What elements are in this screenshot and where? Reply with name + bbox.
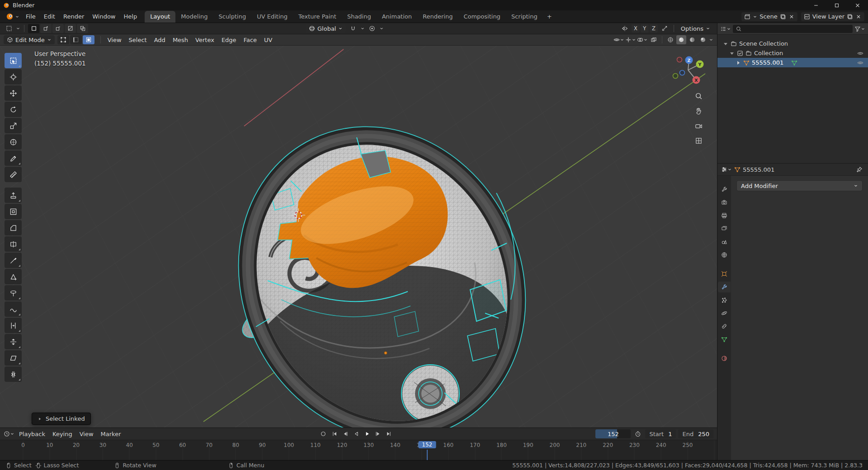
properties-tab-object[interactable] bbox=[718, 268, 731, 279]
timeline-menu-playback[interactable]: Playback bbox=[15, 431, 49, 437]
mode-dropdown[interactable]: Edit Mode bbox=[4, 35, 55, 44]
tool-scale[interactable] bbox=[5, 118, 22, 133]
select-mode-invert-button[interactable] bbox=[65, 24, 76, 33]
use-preview-range-toggle[interactable] bbox=[633, 429, 643, 438]
tool-shrink-fatten[interactable] bbox=[5, 334, 22, 349]
blender-app-menu[interactable] bbox=[4, 13, 22, 20]
chevron-down-icon[interactable] bbox=[379, 26, 384, 31]
properties-tab-particles[interactable] bbox=[718, 295, 731, 306]
outliner-row-collection[interactable]: Collection bbox=[717, 48, 868, 58]
tool-bevel[interactable] bbox=[5, 220, 22, 235]
tool-measure[interactable] bbox=[5, 167, 22, 182]
transform-orientation-dropdown[interactable]: Global bbox=[306, 24, 346, 33]
checkbox-checked-icon[interactable] bbox=[737, 50, 743, 56]
workspace-tab-modeling[interactable]: Modeling bbox=[175, 11, 213, 23]
mirror-x-toggle[interactable]: X bbox=[632, 24, 640, 33]
menu-edit[interactable]: Edit bbox=[40, 10, 59, 23]
snap-toggle[interactable] bbox=[348, 24, 359, 33]
properties-tab-physics[interactable] bbox=[718, 308, 731, 319]
frame-end-field[interactable]: End 250 bbox=[678, 429, 713, 438]
viewport-menu-vertex[interactable]: Vertex bbox=[192, 37, 218, 43]
zoom-button[interactable] bbox=[693, 91, 703, 101]
next-keyframe-button[interactable] bbox=[373, 429, 383, 438]
jump-end-button[interactable] bbox=[384, 429, 394, 438]
3d-viewport[interactable]: User Perspective (152) 55555.001 X Y Z S… bbox=[0, 46, 717, 428]
properties-tab-modifiers[interactable] bbox=[718, 282, 731, 292]
tool-rip-region[interactable] bbox=[5, 367, 22, 382]
tool-edge-slide[interactable] bbox=[5, 318, 22, 333]
view-layer-selector[interactable]: View Layer bbox=[801, 12, 864, 21]
xray-toggle[interactable] bbox=[649, 35, 659, 44]
add-workspace-button[interactable]: + bbox=[543, 11, 556, 23]
jump-start-button[interactable] bbox=[330, 429, 340, 438]
tool-shear[interactable] bbox=[5, 350, 22, 366]
tool-spin[interactable] bbox=[5, 285, 22, 301]
prev-keyframe-button[interactable] bbox=[340, 429, 350, 438]
viewport-menu-mesh[interactable]: Mesh bbox=[169, 37, 192, 43]
tool-loop-cut[interactable] bbox=[5, 236, 22, 252]
disclosure-caret-icon[interactable] bbox=[723, 41, 728, 47]
timeline-menu-view[interactable]: View bbox=[76, 431, 97, 437]
tool-smooth[interactable] bbox=[5, 301, 22, 317]
timeline-ruler[interactable]: 0102030405060708090100110120130140150160… bbox=[0, 440, 717, 460]
menu-file[interactable]: File bbox=[22, 10, 40, 23]
chevron-down-icon[interactable] bbox=[16, 26, 20, 31]
play-button[interactable] bbox=[362, 429, 372, 438]
remove-view-layer-icon[interactable] bbox=[855, 14, 862, 20]
workspace-tab-rendering[interactable]: Rendering bbox=[417, 11, 458, 23]
properties-tab-view-layer[interactable] bbox=[718, 223, 731, 234]
workspace-tab-sculpting[interactable]: Sculpting bbox=[213, 11, 251, 23]
new-view-layer-icon[interactable] bbox=[847, 14, 853, 20]
properties-tab-object-data[interactable] bbox=[718, 334, 731, 345]
hide-in-viewport-toggle[interactable] bbox=[857, 60, 863, 66]
scene-selector[interactable]: Scene bbox=[741, 12, 797, 21]
filter-dropdown[interactable] bbox=[854, 24, 865, 33]
chevron-down-icon[interactable] bbox=[709, 38, 713, 42]
workspace-tab-animation[interactable]: Animation bbox=[377, 11, 417, 23]
editor-type-dropdown[interactable] bbox=[4, 429, 14, 438]
shading-solid-button[interactable] bbox=[676, 35, 686, 44]
menu-help[interactable]: Help bbox=[120, 10, 142, 23]
vertex-select-mode-button[interactable] bbox=[57, 35, 69, 44]
3d-viewport-canvas[interactable] bbox=[0, 46, 717, 428]
navigation-gizmo[interactable]: X Y Z bbox=[671, 51, 707, 87]
pin-id-button[interactable] bbox=[854, 165, 864, 174]
tool-select-box[interactable] bbox=[5, 53, 22, 68]
play-reverse-button[interactable] bbox=[351, 429, 361, 438]
menu-render[interactable]: Render bbox=[59, 10, 88, 23]
new-scene-icon[interactable] bbox=[780, 14, 786, 20]
workspace-tab-shading[interactable]: Shading bbox=[342, 11, 377, 23]
timeline-menu-keying[interactable]: Keying bbox=[49, 431, 76, 437]
select-mode-subtract-button[interactable] bbox=[52, 24, 64, 33]
viewport-menu-edge[interactable]: Edge bbox=[218, 37, 240, 43]
outliner-row-scene-collection[interactable]: Scene Collection bbox=[717, 39, 868, 48]
viewport-menu-select[interactable]: Select bbox=[125, 37, 151, 43]
properties-tab-world[interactable] bbox=[718, 249, 731, 260]
shading-wireframe-button[interactable] bbox=[665, 35, 675, 44]
tool-move[interactable] bbox=[5, 85, 22, 101]
editor-type-dropdown[interactable] bbox=[721, 165, 732, 174]
viewport-menu-add[interactable]: Add bbox=[151, 37, 169, 43]
properties-tab-output[interactable] bbox=[718, 210, 731, 221]
auto-keying-toggle[interactable] bbox=[318, 429, 328, 438]
disclosure-caret-icon[interactable] bbox=[729, 51, 735, 56]
chevron-down-icon[interactable] bbox=[360, 26, 365, 31]
workspace-tab-uv-editing[interactable]: UV Editing bbox=[251, 11, 293, 23]
search-input[interactable] bbox=[744, 26, 850, 32]
gizmos-dropdown[interactable] bbox=[625, 35, 636, 44]
disclosure-caret-icon[interactable] bbox=[736, 60, 741, 66]
playhead-line[interactable] bbox=[427, 450, 428, 460]
tool-poly-build[interactable] bbox=[5, 269, 22, 284]
tool-rotate[interactable] bbox=[5, 102, 22, 117]
properties-tab-scene[interactable] bbox=[718, 236, 731, 247]
select-mode-extend-button[interactable] bbox=[40, 24, 52, 33]
options-dropdown[interactable]: Options bbox=[678, 24, 713, 33]
outliner-search[interactable] bbox=[733, 25, 853, 33]
tool-cursor[interactable] bbox=[5, 69, 22, 85]
unlink-scene-icon[interactable] bbox=[788, 14, 795, 20]
timeline-menu-marker[interactable]: Marker bbox=[97, 431, 125, 437]
playhead-frame-badge[interactable]: 152 bbox=[418, 441, 436, 448]
viewport-menu-face[interactable]: Face bbox=[240, 37, 260, 43]
tool-transform[interactable] bbox=[5, 134, 22, 150]
tool-extrude-region[interactable] bbox=[5, 188, 22, 203]
